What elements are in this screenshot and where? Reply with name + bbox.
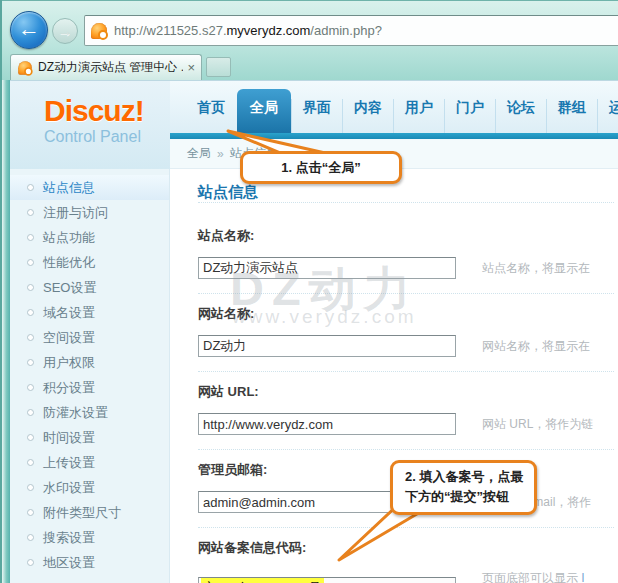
field-description: 网站名称，将显示在 — [482, 337, 590, 356]
breadcrumb-section[interactable]: 全局 — [187, 145, 211, 162]
top-nav: 首页 全局 界面 内容 用户 门户 论坛 群组 运营 插件 工具 云 — [170, 81, 618, 133]
sidebar-item-performance[interactable]: 性能优化 — [10, 250, 169, 275]
bullet-icon — [27, 484, 34, 491]
sidebar-item-label: 防灌水设置 — [43, 404, 108, 422]
sidebar-item-label: 空间设置 — [43, 329, 95, 347]
sidebar-item-label: 上传设置 — [43, 454, 95, 472]
bullet-icon — [27, 209, 34, 216]
sidebar-item-attachment-types[interactable]: 附件类型尺寸 — [10, 500, 169, 525]
site-name-input[interactable] — [198, 257, 456, 279]
bullet-icon — [27, 309, 34, 316]
sidebar-item-label: 站点功能 — [43, 229, 95, 247]
sidebar-item-space[interactable]: 空间设置 — [10, 325, 169, 350]
bullet-icon — [27, 509, 34, 516]
sidebar-item-label: 注册与访问 — [43, 204, 108, 222]
window-left-border — [2, 80, 10, 583]
forward-button[interactable]: → — [52, 18, 78, 44]
nav-item-users[interactable]: 用户 — [393, 99, 444, 133]
main-content: 站点信息 站点名称: 站点名称，将显示在 网站名称: 网站名称，将显示在 — [170, 169, 618, 583]
logo-area: Discuz! Control Panel — [10, 81, 170, 169]
sidebar-item-upload[interactable]: 上传设置 — [10, 450, 169, 475]
tab-favicon-icon — [18, 61, 32, 75]
discuz-logo: Discuz! — [44, 95, 170, 127]
tab-close-icon[interactable]: × — [187, 61, 195, 74]
sidebar-item-site-info[interactable]: 站点信息 — [10, 175, 169, 200]
sidebar-item-anti-spam[interactable]: 防灌水设置 — [10, 400, 169, 425]
callout-step2: 2. 填入备案号，点最下方的“提交”按钮 — [390, 460, 537, 515]
url-text: http://w211525.s27.myverydz.com/admin.ph… — [114, 23, 382, 38]
site-favicon-icon — [91, 23, 107, 39]
icp-code-highlighted-text: 京ICP备10216931号 — [201, 578, 324, 583]
bullet-icon — [27, 184, 34, 191]
sidebar-item-user-permissions[interactable]: 用户权限 — [10, 350, 169, 375]
sidebar-item-label: 性能优化 — [43, 254, 95, 272]
nav-item-global-active[interactable]: 全局 — [237, 89, 291, 133]
nav-item-interface[interactable]: 界面 — [291, 99, 342, 133]
browser-chrome: ← → http://w211525.s27.myverydz.com/admi… — [2, 0, 618, 80]
callout-step2-line2: 下方的“提交”按钮 — [405, 489, 509, 504]
sidebar-item-seo[interactable]: SEO设置 — [10, 275, 169, 300]
logo-subtitle: Control Panel — [44, 128, 170, 146]
icp-code-input[interactable]: 京ICP备10216931号 — [198, 577, 456, 583]
field-label: 网站备案信息代码: — [198, 539, 614, 557]
browser-window: ← → http://w211525.s27.myverydz.com/admi… — [0, 0, 618, 583]
nav-item-forum[interactable]: 论坛 — [495, 99, 546, 133]
browser-tab[interactable]: DZ动力演示站点 管理中心 ... × — [10, 54, 202, 80]
sidebar-item-label: 水印设置 — [43, 479, 95, 497]
field-description: 站点名称，将显示在 — [482, 259, 590, 278]
bullet-icon — [27, 459, 34, 466]
sidebar-item-label: 用户权限 — [43, 354, 95, 372]
sidebar-item-label: 域名设置 — [43, 304, 95, 322]
field-website-name: 网站名称: 网站名称，将显示在 — [198, 294, 614, 372]
url-domain: myverydz.com — [227, 23, 311, 38]
new-tab-button[interactable] — [206, 57, 231, 77]
nav-item-groups[interactable]: 群组 — [546, 99, 597, 133]
bullet-icon — [27, 259, 34, 266]
page-title: 站点信息 — [198, 183, 614, 203]
bullet-icon — [27, 384, 34, 391]
sidebar-item-time[interactable]: 时间设置 — [10, 425, 169, 450]
bullet-icon — [27, 234, 34, 241]
field-description: 页面底部可以显示 I在页面底部，如果没 — [482, 569, 590, 583]
website-name-input[interactable] — [198, 335, 456, 357]
callout-step2-line1: 2. 填入备案号，点最 — [405, 469, 523, 484]
field-label: 网站名称: — [198, 305, 614, 323]
tab-strip: DZ动力演示站点 管理中心 ... × — [2, 54, 618, 80]
sidebar-item-label: 站点信息 — [43, 179, 95, 197]
field-description: 网站 URL，将作为链 — [482, 415, 593, 434]
nav-item-operations[interactable]: 运营 — [597, 99, 618, 133]
admin-body: 站点信息 注册与访问 站点功能 性能优化 SEO设置 域名设置 空间设置 用户权… — [10, 169, 618, 583]
sidebar-item-domain[interactable]: 域名设置 — [10, 300, 169, 325]
nav-item-content[interactable]: 内容 — [342, 99, 393, 133]
back-button[interactable]: ← — [10, 11, 48, 49]
sidebar-item-watermark[interactable]: 水印设置 — [10, 475, 169, 500]
field-icp-code: 网站备案信息代码: 京ICP备10216931号 页面底部可以显示 I在页面底部… — [198, 528, 614, 583]
sidebar-item-region[interactable]: 地区设置 — [10, 550, 169, 575]
sidebar-item-register-access[interactable]: 注册与访问 — [10, 200, 169, 225]
callout-step1: 1. 点击“全局” — [240, 151, 402, 184]
sidebar-item-label: 积分设置 — [43, 379, 95, 397]
sidebar-item-search[interactable]: 搜索设置 — [10, 525, 169, 550]
breadcrumb-separator: » — [217, 147, 224, 161]
tab-title: DZ动力演示站点 管理中心 ... — [38, 59, 183, 76]
bullet-icon — [27, 534, 34, 541]
bullet-icon — [27, 434, 34, 441]
sidebar-item-credits[interactable]: 积分设置 — [10, 375, 169, 400]
bullet-icon — [27, 334, 34, 341]
url-path: /admin.php? — [310, 23, 382, 38]
sidebar-item-label: 地区设置 — [43, 554, 95, 572]
bullet-icon — [27, 559, 34, 566]
field-label: 站点名称: — [198, 227, 614, 245]
website-url-input[interactable] — [198, 413, 456, 435]
sidebar-item-label: 附件类型尺寸 — [43, 504, 121, 522]
nav-item-home[interactable]: 首页 — [186, 99, 236, 133]
address-bar[interactable]: http://w211525.s27.myverydz.com/admin.ph… — [84, 15, 618, 46]
bullet-icon — [27, 284, 34, 291]
field-site-name: 站点名称: 站点名称，将显示在 — [198, 216, 614, 294]
field-label: 网站 URL: — [198, 383, 614, 401]
sidebar-item-label: 时间设置 — [43, 429, 95, 447]
nav-item-portal[interactable]: 门户 — [444, 99, 495, 133]
url-scheme: http://w211525.s27. — [114, 23, 227, 38]
field-website-url: 网站 URL: 网站 URL，将作为链 — [198, 372, 614, 450]
sidebar-item-site-functions[interactable]: 站点功能 — [10, 225, 169, 250]
